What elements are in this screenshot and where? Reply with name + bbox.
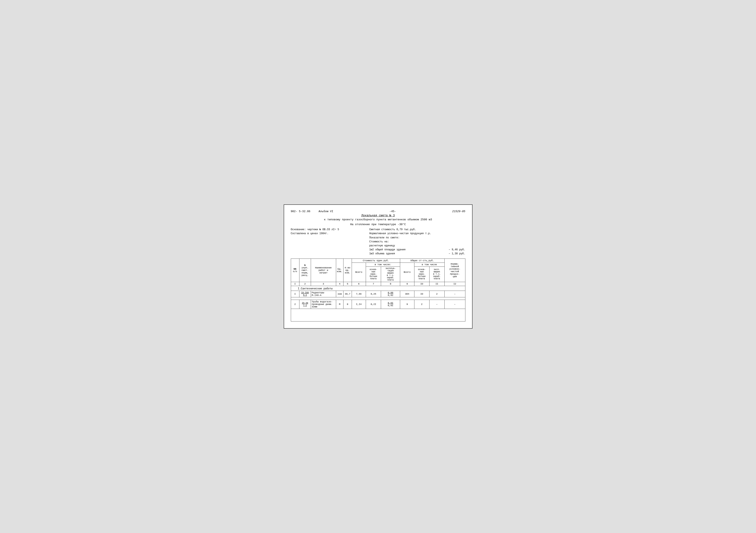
row1-name: РадиаторыМ-I40-А — [311, 291, 336, 297]
row1-norm: I8-I09 5-I — [299, 291, 311, 297]
document-page: 902- 5-32.86 Альбом VI -45- 21529-05 Лок… — [284, 204, 472, 329]
row2-unit: М — [336, 300, 343, 309]
row1-total-unit: 7,66 — [352, 291, 366, 297]
col-num-7: 7 — [366, 282, 381, 286]
col-header-all-sub: в том числе — [414, 262, 445, 267]
col-header-unit-sub: в том числе: — [366, 262, 400, 267]
col-num-2: 2 — [299, 282, 311, 286]
col-header-total-base-wage: основ-наязара-ботнаяплата — [414, 267, 429, 282]
album-label: Альбом VI — [318, 210, 333, 213]
main-table: №№п/п № укрп.смет.норм,расц. Наименовани… — [291, 258, 465, 321]
table-row: I I8-I09 5-I РадиаторыМ-I40-А экм 39,7 7… — [291, 291, 465, 297]
table-col-numbers: I 2 3 4 5 6 7 8 9 IO II I2 — [291, 282, 465, 286]
row1-unit: экм — [336, 291, 343, 297]
spacer-row — [291, 297, 465, 300]
col-num-11: II — [429, 282, 445, 286]
per-m2-val: – 9,46 руб. — [448, 248, 465, 252]
col-header-base-wage: основ-наязара-ботнаяплата — [366, 267, 381, 282]
doc-code: 902- 5-32.86 — [291, 210, 310, 213]
row1-qty: 39,7 — [343, 291, 352, 297]
row2-exploit: 0,0I 0,0I — [381, 300, 400, 309]
header-page-number: -45- — [333, 210, 452, 213]
col-num-4: 4 — [336, 282, 343, 286]
row1-total-wage: IO — [414, 291, 429, 297]
document-title: Локальная смета № 3 — [291, 214, 465, 217]
row1-num: I — [291, 291, 299, 297]
col-header-exploit: эксплуа-тациямашинв т.ч.зараб.плата — [381, 267, 400, 282]
info-section: Основание: чертежи № ОВ.СО лI÷ 5 Составл… — [291, 228, 465, 256]
smet-cost: Сметная стоимость 0,79 тыс.руб. — [369, 228, 465, 232]
col-num-5: 5 — [343, 282, 352, 286]
cost-label: Стоимость на: — [369, 240, 465, 244]
col-header-normative: Норма-тивнойусловно-чистойпродук-ции — [445, 258, 465, 282]
row2-normative: – — [445, 300, 465, 309]
col-header-unit: Ед.изм. — [336, 258, 343, 282]
col-num-10: IO — [414, 282, 429, 286]
col-header-total-cost: Общая ст-сть,руб. — [400, 258, 445, 262]
basis-line2: Составлена в ценах 1984г. — [291, 232, 339, 236]
cost-info: Сметная стоимость 0,79 тыс.руб. Норматив… — [369, 228, 465, 256]
col-num-1: I — [291, 282, 299, 286]
col-header-name: Наименованиеработ изатрат — [311, 258, 336, 282]
col-header-all-total: Всего — [400, 262, 414, 282]
row2-base-wage: 0,2I — [366, 300, 381, 309]
row2-name: Трубы водогазо-проводные диам.32мм — [311, 300, 336, 309]
row1-normative: – — [445, 291, 465, 297]
table-row: 2 I6-38 7-I Трубы водогазо-проводные диа… — [291, 300, 465, 309]
row1-total-all: 304 — [400, 291, 414, 297]
row2-total-wage: 2 — [414, 300, 429, 309]
per-m3-label: 1м3 объема здания — [369, 252, 395, 256]
section1-title-cell: I.Сантехнические работы — [291, 286, 465, 291]
table-header-row1: №№п/п № укрп.смет.норм,расц. Наименовани… — [291, 258, 465, 262]
basis-info: Основание: чертежи № ОВ.СО лI÷ 5 Составл… — [291, 228, 339, 256]
row1-exploit: 0,06 0,02 — [381, 291, 400, 297]
col-num-12: I2 — [445, 282, 465, 286]
per-m2-row: 1м2 общей площади здания – 9,46 руб. — [369, 248, 465, 252]
col-header-unit-total: Всего — [352, 262, 366, 282]
section1-title-row: I.Сантехнические работы — [291, 286, 465, 291]
indicators-label: Показатели по смете: — [369, 236, 465, 240]
subtitle1: к типовому проекту газосборного пункта м… — [291, 218, 465, 221]
per-m3-row: 1м3 объема здания – 1,38 руб. — [369, 252, 465, 256]
subtitle2: На отопление при температуре -30°С — [291, 223, 465, 226]
row2-qty: 8 — [343, 300, 352, 309]
col-num-9: 9 — [400, 282, 414, 286]
row1-base-wage: 0,25 — [366, 291, 381, 297]
col-header-norm: № укрп.смет.норм,расц. — [299, 258, 311, 282]
per-m2-label: 1м2 общей площади здания — [369, 248, 406, 252]
col-num-8: 8 — [381, 282, 400, 286]
row2-norm: I6-38 7-I — [299, 300, 311, 309]
col-header-unit-cost: Стоимость един.руб. — [352, 258, 400, 262]
normative-label: Нормативная условно-чистая продукция т.р… — [369, 232, 465, 236]
per-m3-val: – 1,38 руб. — [448, 252, 465, 256]
col-num-6: 6 — [352, 282, 366, 286]
basis-line1: Основание: чертежи № ОВ.СО лI÷ 5 — [291, 228, 339, 232]
col-header-total-expl: эксп.машинв т.ч.зараб.плата — [429, 267, 445, 282]
col-num-3: 3 — [311, 282, 336, 286]
row2-num: 2 — [291, 300, 299, 309]
header-top: 902- 5-32.86 Альбом VI -45- 21529-05 — [291, 210, 465, 213]
header-doc-number: 21529-05 — [452, 210, 465, 213]
col-header-qty: К-воед.изм. — [343, 258, 352, 282]
header-code-album: 902- 5-32.86 Альбом VI — [291, 210, 334, 213]
row1-total-expl: 2 — [429, 291, 445, 297]
row2-total-expl: – — [429, 300, 445, 309]
calc-unit: расчетную единицу — [369, 244, 465, 248]
col-header-num: №№п/п — [291, 258, 299, 282]
row2-total-unit: I,I4 — [352, 300, 366, 309]
bottom-padding-row — [291, 309, 465, 321]
row2-total-all: 9 — [400, 300, 414, 309]
